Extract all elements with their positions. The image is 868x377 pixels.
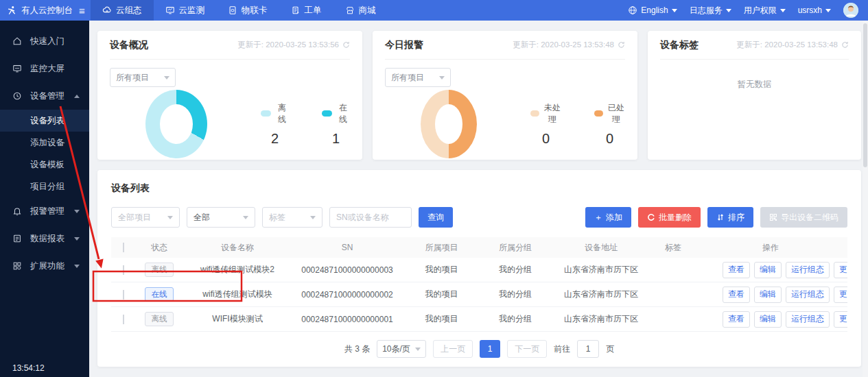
project-filter-select[interactable]: 所有项目 bbox=[110, 68, 176, 87]
scrollbar-thumb[interactable] bbox=[863, 23, 867, 167]
legend-label: 离线 bbox=[275, 102, 289, 125]
chevron-down-icon bbox=[243, 216, 248, 219]
language-dropdown[interactable]: English bbox=[628, 5, 677, 15]
export-qr-button[interactable]: 导出设备二维码 bbox=[760, 207, 847, 228]
edit-button[interactable]: 编辑 bbox=[754, 262, 782, 278]
chevron-up-icon bbox=[74, 95, 80, 98]
filter-tag-select[interactable]: 标签 bbox=[262, 207, 322, 228]
project-filter-select[interactable]: 所有项目 bbox=[385, 68, 451, 87]
tab-mall[interactable]: 商城 bbox=[333, 0, 388, 21]
view-button[interactable]: 查看 bbox=[723, 311, 750, 328]
refresh-icon[interactable] bbox=[618, 41, 625, 49]
goto-page-input[interactable] bbox=[577, 340, 599, 358]
batch-delete-button[interactable]: 批量删除 bbox=[638, 207, 701, 228]
view-button[interactable]: 查看 bbox=[723, 287, 750, 303]
run-scada-button[interactable]: 运行组态 bbox=[786, 311, 830, 328]
select-all-checkbox[interactable] bbox=[123, 243, 124, 252]
sidebar-item-device-manage[interactable]: 设备管理 bbox=[0, 82, 89, 110]
tab-cloud-scada[interactable]: 云组态 bbox=[91, 0, 154, 21]
tab-cloud-monitor[interactable]: 云监测 bbox=[154, 0, 217, 21]
filter-status-select[interactable]: 全部 bbox=[187, 207, 255, 228]
more-dropdown-button[interactable]: 更多 bbox=[834, 262, 847, 278]
sidebar-subitem-label: 设备模板 bbox=[30, 159, 64, 171]
select-value: 10条/页 bbox=[382, 343, 410, 355]
sim-card-icon bbox=[228, 5, 237, 15]
sidebar-item-alarm-manage[interactable]: 报警管理 bbox=[0, 197, 89, 225]
sidebar-item-add-device[interactable]: 添加设备 bbox=[0, 132, 89, 154]
cloud-icon bbox=[102, 5, 112, 15]
usr-logo-icon bbox=[7, 5, 16, 15]
row-checkbox[interactable] bbox=[123, 290, 124, 300]
view-button[interactable]: 查看 bbox=[723, 262, 750, 278]
add-button[interactable]: ＋添加 bbox=[585, 207, 631, 228]
search-button[interactable]: 查询 bbox=[419, 207, 453, 228]
sidebar: 快速入门 监控大屏 设备管理 设备列表 添加设备 设备模板 项目分组 报警管理 bbox=[0, 21, 89, 377]
column-status: 状态 bbox=[136, 242, 183, 254]
home-icon bbox=[12, 36, 22, 46]
sidebar-item-data-report[interactable]: 数据报表 bbox=[0, 225, 89, 252]
status-badge: 离线 bbox=[145, 312, 174, 327]
tab-label: 物联卡 bbox=[242, 5, 268, 16]
sidebar-item-extensions[interactable]: 扩展功能 bbox=[0, 252, 89, 280]
page-size-select[interactable]: 10条/页 bbox=[377, 340, 426, 358]
device-project: 我的项目 bbox=[402, 313, 481, 325]
column-sn: SN bbox=[292, 243, 402, 252]
select-value: 全部 bbox=[193, 212, 210, 223]
edit-button[interactable]: 编辑 bbox=[754, 287, 782, 303]
card-updated: 更新于: 2020-03-25 13:53:48 bbox=[513, 40, 625, 50]
sidebar-item-monitor-screen[interactable]: 监控大屏 bbox=[0, 55, 89, 82]
page-scrollbar[interactable] bbox=[863, 21, 868, 377]
refresh-icon[interactable] bbox=[841, 41, 849, 49]
button-label: 批量删除 bbox=[659, 212, 692, 223]
row-checkbox[interactable] bbox=[123, 315, 124, 324]
card-title: 设备概况 bbox=[110, 39, 148, 51]
current-page-button[interactable]: 1 bbox=[480, 340, 500, 358]
username-dropdown[interactable]: usrsxh bbox=[798, 5, 831, 15]
sidebar-item-label: 报警管理 bbox=[30, 206, 64, 217]
total-count: 共 3 条 bbox=[344, 343, 370, 355]
avatar[interactable] bbox=[843, 3, 858, 18]
edit-button[interactable]: 编辑 bbox=[754, 311, 782, 328]
legend-label: 在线 bbox=[336, 102, 350, 125]
device-table: 状态 设备名称 SN 所属项目 所属分组 设备地址 标签 操作 离线 wifi透… bbox=[111, 237, 847, 332]
device-project: 我的项目 bbox=[402, 264, 481, 276]
tab-label: 云组态 bbox=[116, 5, 142, 16]
device-name: wifi透传组测试模块 bbox=[183, 289, 292, 300]
hamburger-menu-icon[interactable]: ≡ bbox=[79, 5, 85, 16]
globe-icon bbox=[628, 5, 637, 15]
chevron-down-icon bbox=[164, 76, 169, 80]
button-label: 排序 bbox=[728, 212, 744, 223]
chevron-down-icon bbox=[167, 216, 173, 219]
tab-work-order[interactable]: 工单 bbox=[279, 0, 333, 21]
log-service-dropdown[interactable]: 日志服务 bbox=[690, 5, 731, 16]
filter-project-select[interactable]: 全部项目 bbox=[111, 207, 180, 228]
sidebar-item-quick-start[interactable]: 快速入门 bbox=[0, 27, 89, 55]
run-scada-button[interactable]: 运行组态 bbox=[786, 262, 830, 278]
chevron-down-icon bbox=[726, 9, 731, 12]
search-input[interactable] bbox=[329, 207, 412, 228]
column-device-name: 设备名称 bbox=[183, 242, 292, 254]
run-scada-button[interactable]: 运行组态 bbox=[786, 287, 830, 303]
more-dropdown-button[interactable]: 更多 bbox=[834, 287, 847, 303]
legend-chip bbox=[322, 110, 332, 117]
device-address: 山东省济南市历下区 bbox=[550, 313, 653, 325]
button-label: 更多 bbox=[839, 313, 847, 325]
refresh-icon[interactable] bbox=[342, 41, 350, 49]
next-page-button[interactable]: 下一页 bbox=[507, 340, 547, 358]
legend-online: 在线 1 bbox=[322, 102, 350, 147]
user-permission-dropdown[interactable]: 用户权限 bbox=[744, 5, 786, 16]
topbar-right: English 日志服务 用户权限 usrsxh bbox=[628, 0, 868, 21]
tab-label: 商城 bbox=[359, 5, 376, 16]
sidebar-item-project-group[interactable]: 项目分组 bbox=[0, 175, 89, 197]
row-checkbox[interactable] bbox=[123, 265, 124, 275]
sidebar-item-device-list[interactable]: 设备列表 bbox=[0, 110, 89, 132]
prev-page-button[interactable]: 上一页 bbox=[433, 340, 473, 358]
main-content: 设备概况 更新于: 2020-03-25 13:53:56 所有项目 离线 2 bbox=[89, 21, 868, 377]
tab-iot-card[interactable]: 物联卡 bbox=[216, 0, 279, 21]
device-list-panel: 设备列表 全部项目 全部 标签 查询 ＋添加 bbox=[97, 170, 861, 367]
sort-button[interactable]: 排序 bbox=[707, 207, 753, 228]
sidebar-item-device-template[interactable]: 设备模板 bbox=[0, 154, 89, 175]
device-address: 山东省济南市历下区 bbox=[550, 264, 653, 276]
more-dropdown-button[interactable]: 更多 bbox=[834, 311, 847, 328]
table-row: 离线 wifi透传组测试模块2 00024871000000000003 我的项… bbox=[111, 258, 847, 282]
